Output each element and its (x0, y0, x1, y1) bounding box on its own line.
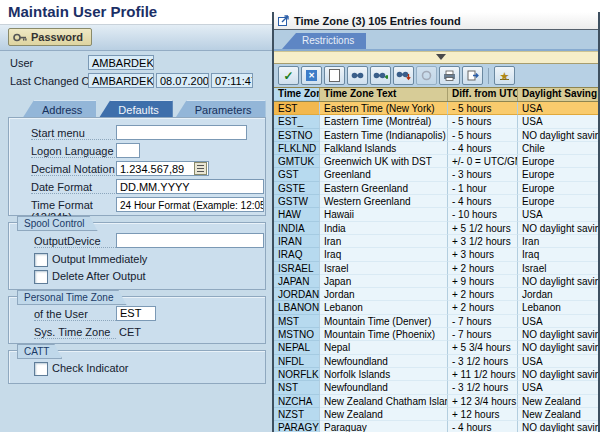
table-cell[interactable]: - 5 hours (448, 115, 518, 128)
table-cell[interactable]: Europe (518, 182, 598, 195)
table-row[interactable]: MSTNOMountain Time (Phoenix)- 7 hoursNO … (274, 328, 598, 341)
table-cell[interactable]: Europe (518, 195, 598, 208)
table-cell[interactable]: Eastern Time (Montréal) (320, 115, 448, 128)
table-cell[interactable]: + 5 3/4 hours (448, 341, 518, 354)
table-cell[interactable]: + 12 hours (448, 408, 518, 421)
output-immediately-checkbox[interactable] (34, 253, 48, 267)
table-cell[interactable]: + 5 1/2 hours (448, 222, 518, 235)
table-cell[interactable]: Mountain Time (Denver) (320, 315, 448, 328)
table-cell[interactable]: Israel (518, 262, 598, 275)
table-cell[interactable]: - 1 hour (448, 182, 518, 195)
table-row[interactable]: NEPALNepal+ 5 3/4 hoursNO daylight savin… (274, 341, 598, 354)
table-row[interactable]: GSTGreenland- 3 hoursEurope (274, 168, 598, 181)
table-row[interactable]: NSTNewfoundland- 3 1/2 hoursUSA (274, 381, 598, 394)
table-cell[interactable]: Chile (518, 142, 598, 155)
table-cell[interactable]: Jordan (320, 288, 448, 301)
user-value-field[interactable]: AMBARDEKARM (88, 55, 154, 70)
delete-after-output-checkbox[interactable] (34, 270, 48, 284)
table-cell[interactable]: USA (518, 355, 598, 368)
output-device-input[interactable] (116, 233, 264, 248)
table-cell[interactable]: New Zealand (518, 408, 598, 421)
table-cell[interactable]: JAPAN (274, 275, 320, 288)
password-button[interactable]: Password (8, 28, 92, 46)
table-cell[interactable]: + 3 hours (448, 248, 518, 261)
table-cell[interactable]: India (320, 222, 448, 235)
table-cell[interactable]: Mountain Time (Phoenix) (320, 328, 448, 341)
logon-language-input[interactable] (116, 143, 140, 158)
table-cell[interactable]: EST_ (274, 115, 320, 128)
table-row[interactable]: INDIAIndia+ 5 1/2 hoursNO daylight savin… (274, 222, 598, 235)
table-cell[interactable]: - 3 1/2 hours (448, 381, 518, 394)
search-more-icon[interactable] (393, 66, 414, 85)
table-cell[interactable]: - 10 hours (448, 208, 518, 221)
table-row[interactable]: GSTWWestern Greenland- 4 hoursEurope (274, 195, 598, 208)
table-cell[interactable]: NO daylight saving (518, 222, 598, 235)
table-row[interactable]: NZSTNew Zealand+ 12 hoursNew Zealand (274, 408, 598, 421)
table-cell[interactable]: USA (518, 115, 598, 128)
table-cell[interactable]: +/- 0 = UTC/GMT (448, 155, 518, 168)
table-cell[interactable]: NEPAL (274, 341, 320, 354)
of-the-user-input[interactable] (116, 306, 156, 321)
table-cell[interactable]: Eastern Time (New York) (320, 102, 448, 115)
table-cell[interactable]: GMTUK (274, 155, 320, 168)
table-cell[interactable]: USA (518, 102, 598, 115)
table-cell[interactable]: FLKLND (274, 142, 320, 155)
table-cell[interactable]: Nepal (320, 341, 448, 354)
table-cell[interactable]: NST (274, 381, 320, 394)
table-cell[interactable]: Newfoundland (320, 355, 448, 368)
table-cell[interactable]: Eastern Greenland (320, 182, 448, 195)
start-menu-input[interactable] (116, 125, 247, 140)
restrictions-collapsed-bar[interactable] (274, 51, 598, 64)
table-cell[interactable]: IRAQ (274, 248, 320, 261)
table-cell[interactable]: Japan (320, 275, 448, 288)
table-row[interactable]: EST_Eastern Time (Montréal)- 5 hoursUSA (274, 115, 598, 128)
table-cell[interactable]: - 4 hours (448, 421, 518, 432)
table-cell[interactable]: - 7 hours (448, 328, 518, 341)
table-cell[interactable]: Western Greenland (320, 195, 448, 208)
date-format-field[interactable]: DD.MM.YYYY (116, 179, 264, 194)
collapse-triangle-icon[interactable] (436, 54, 446, 60)
table-cell[interactable]: GSTE (274, 182, 320, 195)
table-row[interactable]: IRAQIraq+ 3 hoursIraq (274, 248, 598, 261)
table-cell[interactable]: Israel (320, 262, 448, 275)
table-row[interactable]: GMTUKGreenwich UK with DST+/- 0 = UTC/GM… (274, 155, 598, 168)
table-row[interactable]: IRANIran+ 3 1/2 hoursIran (274, 235, 598, 248)
table-cell[interactable]: NO daylight saving (518, 129, 598, 142)
table-cell[interactable]: New Zealand (518, 395, 598, 408)
check-indicator-checkbox[interactable] (34, 362, 48, 376)
find-next-icon[interactable] (370, 66, 391, 85)
table-cell[interactable]: Iran (518, 235, 598, 248)
table-cell[interactable]: - 7 hours (448, 315, 518, 328)
table-cell[interactable]: New Zealand (320, 408, 448, 421)
table-cell[interactable]: NO daylight saving (518, 368, 598, 381)
table-cell[interactable]: + 2 hours (448, 288, 518, 301)
table-cell[interactable]: Iraq (320, 248, 448, 261)
table-row[interactable]: FLKLNDFalkland Islands- 4 hoursChile (274, 142, 598, 155)
table-cell[interactable]: JORDAN (274, 288, 320, 301)
decimal-notation-dropdown-icon[interactable] (194, 162, 207, 175)
column-header-daylight-saving[interactable]: Daylight Saving Time (518, 88, 598, 101)
table-cell[interactable]: + 9 hours (448, 275, 518, 288)
table-cell[interactable]: GSTW (274, 195, 320, 208)
table-row[interactable]: JAPANJapan+ 9 hoursNO daylight saving (274, 275, 598, 288)
table-cell[interactable]: USA (518, 315, 598, 328)
table-cell[interactable]: INDIA (274, 222, 320, 235)
table-cell[interactable]: MSTNO (274, 328, 320, 341)
table-row[interactable]: NZCHANew Zealand Chatham Islands+ 12 3/4… (274, 395, 598, 408)
print-icon[interactable] (439, 66, 460, 85)
tab-restrictions[interactable]: Restrictions (282, 33, 366, 49)
table-row[interactable]: NORFLKNorfolk Islands+ 11 1/2 hoursNO da… (274, 368, 598, 381)
table-cell[interactable]: GST (274, 168, 320, 181)
table-cell[interactable]: Iran (320, 235, 448, 248)
table-cell[interactable]: + 2 hours (448, 301, 518, 314)
decimal-notation-field[interactable]: 1.234.567,89 (116, 161, 209, 176)
table-cell[interactable]: NO daylight saving (518, 275, 598, 288)
table-cell[interactable]: USA (518, 381, 598, 394)
table-cell[interactable]: ISRAEL (274, 262, 320, 275)
table-row[interactable]: HAWHawaii- 10 hoursUSA (274, 208, 598, 221)
table-cell[interactable]: HAW (274, 208, 320, 221)
table-row[interactable]: ESTNOEastern Time (Indianapolis)- 5 hour… (274, 129, 598, 142)
table-cell[interactable]: LBANON (274, 301, 320, 314)
table-cell[interactable]: EST (274, 102, 320, 115)
table-cell[interactable]: MST (274, 315, 320, 328)
